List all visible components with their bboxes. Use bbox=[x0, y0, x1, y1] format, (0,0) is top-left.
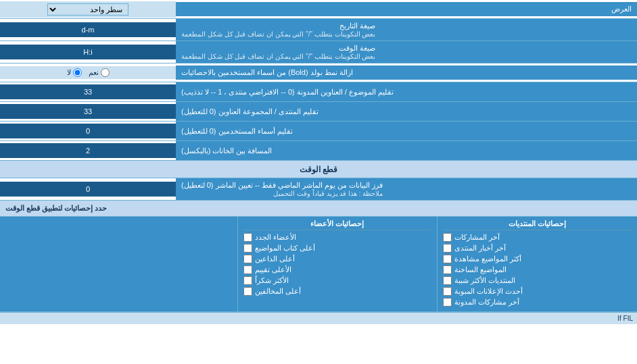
forum-group-input[interactable]: 33 bbox=[4, 107, 172, 115]
date-format-input-container: d-m bbox=[0, 22, 176, 37]
stats-members-item-5: أعلى المخالفين bbox=[243, 287, 432, 296]
bold-row: ازالة نمط بولد (Bold) من اسماء المستخدمي… bbox=[0, 63, 637, 82]
forum-group-input-container: 33 bbox=[0, 104, 176, 119]
time-cut-input-container: 0 bbox=[0, 182, 176, 197]
usernames-input[interactable]: 0 bbox=[4, 127, 172, 135]
forum-group-row: تقليم المنتدى / المجموعة العناوين (0 للت… bbox=[0, 102, 637, 122]
stats-members-item-3: الأعلى تقييم bbox=[243, 265, 432, 274]
bottom-text: If FIL bbox=[0, 312, 637, 324]
stats-posts-item-1: آخر أخبار المنتدى bbox=[443, 244, 632, 253]
stats-empty-col bbox=[0, 217, 237, 311]
stats-posts-checkbox-5[interactable] bbox=[443, 287, 452, 296]
usernames-row: تقليم أسماء المستخدمين (0 للتعطيل) 0 bbox=[0, 122, 637, 141]
display-row: العرض سطر واحد bbox=[0, 0, 637, 19]
display-label: العرض bbox=[176, 2, 637, 16]
stats-posts-checkbox-0[interactable] bbox=[443, 233, 452, 242]
stats-posts-item-5: أحدث الإعلانات المبوبة bbox=[443, 287, 632, 296]
usernames-label: تقليم أسماء المستخدمين (0 للتعطيل) bbox=[176, 122, 637, 140]
bold-no-label[interactable]: لا bbox=[67, 68, 82, 77]
stats-members-col: إحصائيات الأعضاء الأعضاء الجدد أعلى كتاب… bbox=[237, 217, 438, 311]
date-format-input[interactable]: d-m bbox=[4, 26, 172, 34]
stats-members-checkbox-0[interactable] bbox=[243, 233, 252, 242]
date-format-row: صيغة التاريخ بعض التكوينات يتطلب "/" الت… bbox=[0, 19, 637, 41]
bold-yes-label[interactable]: نعم bbox=[89, 68, 110, 77]
stats-members-checkbox-1[interactable] bbox=[243, 244, 252, 253]
topics-addresses-label: تقليم الموضوع / العناوين المدونة (0 -- ا… bbox=[176, 82, 637, 101]
stats-members-checkbox-4[interactable] bbox=[243, 276, 252, 285]
stats-posts-item-0: آخر المشاركات bbox=[443, 233, 632, 242]
stats-posts-checkbox-1[interactable] bbox=[443, 244, 452, 253]
columns-spacing-label: المسافة بين الخانات (بالبكسل) bbox=[176, 141, 637, 160]
topics-addresses-input-container: 33 bbox=[0, 84, 176, 99]
bold-no-radio[interactable] bbox=[73, 68, 82, 77]
display-input-container: سطر واحد bbox=[0, 1, 176, 18]
time-cut-row: فرز البيانات من يوم الماشر الماضي فقط --… bbox=[0, 178, 637, 201]
time-cut-input[interactable]: 0 bbox=[4, 185, 172, 193]
stats-posts-checkbox-3[interactable] bbox=[443, 265, 452, 274]
bold-label: ازالة نمط بولد (Bold) من اسماء المستخدمي… bbox=[176, 66, 637, 80]
stats-grid: إحصائيات المنتديات آخر المشاركات آخر أخب… bbox=[0, 217, 637, 312]
bold-yes-radio[interactable] bbox=[101, 68, 110, 77]
stats-members-checkbox-2[interactable] bbox=[243, 255, 252, 263]
columns-spacing-input-container: 2 bbox=[0, 143, 176, 158]
time-format-label: صيغة الوقت بعض التكوينات يتطلب "/" التي … bbox=[176, 41, 637, 63]
topics-addresses-row: تقليم الموضوع / العناوين المدونة (0 -- ا… bbox=[0, 82, 637, 102]
stats-posts-item-2: أكثر المواضيع مشاهدة bbox=[443, 255, 632, 263]
time-format-row: صيغة الوقت بعض التكوينات يتطلب "/" التي … bbox=[0, 41, 637, 63]
time-format-input[interactable]: H:i bbox=[4, 48, 172, 56]
columns-spacing-row: المسافة بين الخانات (بالبكسل) 2 bbox=[0, 141, 637, 161]
topics-addresses-input[interactable]: 33 bbox=[4, 88, 172, 96]
bold-radio-container: نعم لا bbox=[0, 66, 176, 79]
stats-posts-item-3: المواضيع الساخنة bbox=[443, 265, 632, 274]
date-format-label: صيغة التاريخ بعض التكوينات يتطلب "/" الت… bbox=[176, 19, 637, 41]
time-cut-label: فرز البيانات من يوم الماشر الماضي فقط --… bbox=[176, 178, 637, 200]
stats-members-title: إحصائيات الأعضاء bbox=[243, 219, 432, 230]
stats-posts-checkbox-2[interactable] bbox=[443, 255, 452, 263]
stats-members-item-2: أعلى الداعين bbox=[243, 255, 432, 263]
stats-members-item-0: الأعضاء الجدد bbox=[243, 233, 432, 242]
forum-group-label: تقليم المنتدى / المجموعة العناوين (0 للت… bbox=[176, 102, 637, 121]
stats-members-checkbox-3[interactable] bbox=[243, 265, 252, 274]
usernames-input-container: 0 bbox=[0, 124, 176, 138]
stats-posts-title: إحصائيات المنتديات bbox=[443, 219, 632, 230]
stats-members-item-4: الأكثر شكراً bbox=[243, 276, 432, 285]
time-format-input-container: H:i bbox=[0, 45, 176, 59]
stats-posts-checkbox-6[interactable] bbox=[443, 298, 452, 307]
stats-posts-item-6: آخر مشاركات المدونة bbox=[443, 298, 632, 307]
stats-posts-item-4: المنتديات الأكثر شببة bbox=[443, 276, 632, 285]
stats-posts-checkbox-4[interactable] bbox=[443, 276, 452, 285]
stats-apply-row: حدد إحصائيات لتطبيق قطع الوقت bbox=[0, 201, 637, 217]
stats-posts-col: إحصائيات المنتديات آخر المشاركات آخر أخب… bbox=[437, 217, 637, 311]
display-select[interactable]: سطر واحد bbox=[47, 3, 128, 16]
time-cut-section-header: قطع الوقت bbox=[0, 161, 637, 178]
stats-members-item-1: أعلى كتاب المواضيع bbox=[243, 244, 432, 253]
columns-spacing-input[interactable]: 2 bbox=[4, 147, 172, 155]
stats-members-checkbox-5[interactable] bbox=[243, 287, 252, 296]
